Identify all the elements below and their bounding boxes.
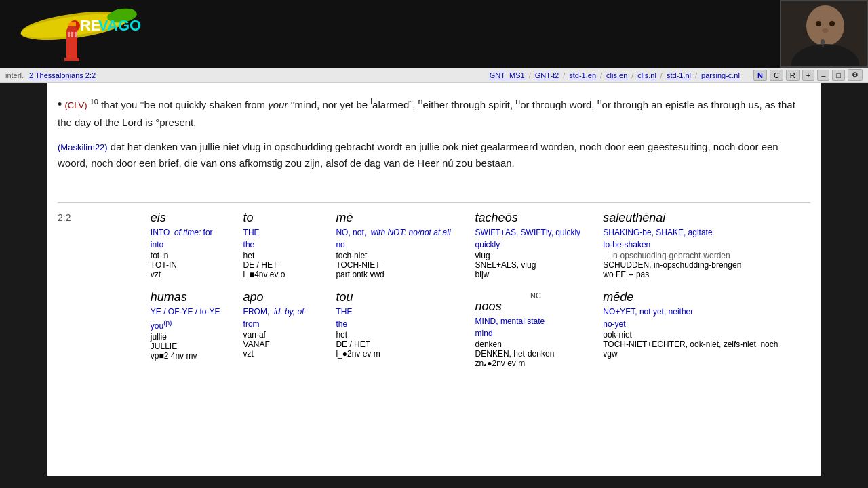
- word-greek-me: mē: [336, 211, 468, 225]
- word-black-noos-3: zn₃●2nv ev m: [475, 359, 597, 368]
- word-black-eis-2: TOT-IN: [151, 260, 237, 270]
- svg-point-17: [822, 28, 829, 33]
- top-bar: RE VAGO: [0, 0, 868, 68]
- clv-bullet: •: [58, 98, 62, 111]
- toolbar-minus-button[interactable]: –: [817, 70, 829, 81]
- content-wrapper: • (CLV) 10 that you °be not quickly shak…: [47, 83, 821, 476]
- word-greek-noos: noos: [475, 300, 597, 314]
- word-black-tacheos-3: bijw: [475, 270, 597, 279]
- word-black-tou-1: het: [336, 330, 468, 340]
- word-black-humas-2: JULLIE: [151, 342, 237, 351]
- toolbar-clis-en[interactable]: clis.en: [606, 71, 627, 79]
- toolbar-controls: N C R + – □ ⚙: [753, 69, 863, 81]
- toolbar-c-button[interactable]: C: [770, 70, 783, 81]
- word-cell-tacheos: tacheōs SWIFT+AS, SWIFTly, quickly quick…: [475, 209, 604, 281]
- word-cell-humas: humas YE / OF-YE / to-YE you(p) jullie J…: [151, 289, 243, 369]
- word-black-mede-1: ook-niet: [603, 330, 804, 340]
- word-greek-apo: apo: [243, 290, 330, 304]
- svg-rect-7: [75, 32, 77, 37]
- word-gray-saleuthenai-1: —in-opschudding-gebracht-worden: [603, 251, 804, 260]
- word-black-tacheos-2: SNEL+ALS, vlug: [475, 260, 597, 270]
- word-black-tou-3: l_●2nv ev m: [336, 349, 468, 359]
- svg-point-16: [829, 21, 835, 26]
- word-black-saleuthenai-2: wo FE -- pas: [603, 270, 804, 279]
- word-black-noos-2: DENKEN, het-denken: [475, 349, 597, 359]
- word-blue-to-2: the: [243, 239, 330, 251]
- toolbar-std-nl[interactable]: std-1.nl: [667, 71, 691, 79]
- svg-text:VAGO: VAGO: [98, 17, 141, 34]
- word-blue-humas-1: YE / OF-YE / to-YE: [151, 306, 237, 318]
- toolbar-gnt-ms1[interactable]: GNT_MS1: [490, 71, 525, 79]
- word-black-tacheos-1: vlug: [475, 251, 597, 260]
- word-black-eis-1: tot-in: [151, 251, 237, 260]
- word-black-apo-2: VANAF: [243, 340, 330, 349]
- word-black-me-3: part ontk vwd: [336, 270, 468, 279]
- maskilim-label[interactable]: (Maskilim22): [58, 142, 108, 152]
- clv-text: that you °be not quickly shaken from you…: [58, 99, 795, 128]
- svg-rect-6: [71, 32, 73, 37]
- word-cell-apo: apo FROM, id. by, of from van-af VANAF v…: [243, 289, 336, 369]
- word-row2-num-empty: [58, 289, 151, 369]
- maskilim-text: dat het denken van jullie niet vlug in o…: [58, 141, 778, 169]
- word-greek-mede: mēde: [603, 290, 804, 304]
- word-blue-apo-2: from: [243, 318, 330, 330]
- word-blue-mede-2: no-yet: [603, 318, 804, 330]
- word-black-tou-2: DE / HET: [336, 340, 468, 349]
- word-blue-eis-2: into: [151, 239, 237, 251]
- toolbar-std-en[interactable]: std-1.en: [569, 71, 596, 79]
- word-greek-humas: humas: [151, 290, 237, 304]
- toolbar-gnt-t2[interactable]: GNT-t2: [535, 71, 559, 79]
- toolbar-maximize-button[interactable]: □: [832, 70, 845, 81]
- word-cell-tou: tou THE the het DE / HET l_●2nv ev m: [336, 289, 475, 369]
- verse-section: • (CLV) 10 that you °be not quickly shak…: [58, 89, 810, 185]
- word-blue-tou-1: THE: [336, 306, 468, 318]
- toolbar-left: interl. 2 Thessalonians 2:2: [5, 71, 487, 79]
- word-greek-saleuthenai: saleuthēnai: [603, 211, 804, 225]
- word-blue-noos-2: mind: [475, 327, 597, 340]
- word-cell-me: mē NO, not, with NOT: no/not at all no t…: [336, 209, 475, 281]
- word-black-humas-1: jullie: [151, 332, 237, 342]
- clv-label[interactable]: (CLV): [64, 100, 87, 110]
- word-black-eis-3: vzt: [151, 270, 237, 279]
- svg-point-20: [821, 39, 825, 45]
- word-blue-me-2: no: [336, 239, 468, 251]
- svg-rect-8: [64, 58, 79, 61]
- webcam-person: [781, 1, 867, 66]
- word-greek-to: to: [243, 211, 330, 225]
- word-black-saleuthenai-1: SCHUDDEN, in-opschudding-brengen: [603, 260, 804, 270]
- word-row-number: 2:2: [58, 209, 151, 281]
- toolbar-parsing-nl[interactable]: parsing-c.nl: [701, 71, 740, 79]
- toolbar-reference[interactable]: 2 Thessalonians 2:2: [29, 71, 96, 79]
- word-cell-to: to THE the het DE / HET l_■4nv ev o: [243, 209, 336, 281]
- section-divider: [58, 202, 810, 203]
- toolbar-interlinear-label: interl.: [5, 71, 24, 79]
- toolbar: interl. 2 Thessalonians 2:2 GNT_MS1 / GN…: [0, 68, 868, 83]
- webcam-overlay: [780, 0, 868, 68]
- word-black-to-1: het: [243, 251, 330, 260]
- toolbar-n-button[interactable]: N: [753, 70, 767, 81]
- toolbar-r-button[interactable]: R: [786, 70, 800, 81]
- toolbar-settings-button[interactable]: ⚙: [848, 69, 863, 81]
- word-cell-noos: NC noos MIND, mental state mind denken D…: [475, 289, 604, 369]
- word-black-mede-2: TOCH-NIET+ECHTER, ook-niet, zelfs-niet, …: [603, 340, 804, 349]
- logo-area: RE VAGO: [7, 2, 156, 66]
- toolbar-clis-nl[interactable]: clis.nl: [637, 71, 656, 79]
- toolbar-right: GNT_MS1 / GNT-t2 / std-1.en / clis.en / …: [490, 69, 863, 81]
- word-black-to-2: DE / HET: [243, 260, 330, 270]
- word-blue-saleuthenai-1: SHAKING-be, SHAKE, agitate: [603, 226, 804, 239]
- word-blue-apo-1: FROM, id. by, of: [243, 306, 330, 318]
- word-greek-tacheos: tacheōs: [475, 211, 597, 225]
- word-blue-mede-1: NO+YET, not yet, neither: [603, 306, 804, 318]
- toolbar-plus-button[interactable]: +: [802, 70, 814, 81]
- svg-rect-5: [68, 32, 70, 37]
- verse-clv: • (CLV) 10 that you °be not quickly shak…: [58, 95, 810, 131]
- word-table: 2:2 eis INTO of time: for into tot-in TO…: [58, 209, 810, 369]
- word-greek-eis: eis: [151, 211, 237, 225]
- svg-text:RE: RE: [80, 17, 101, 34]
- nc-label: NC: [475, 290, 597, 300]
- word-table-row2: humas YE / OF-YE / to-YE you(p) jullie J…: [58, 289, 810, 369]
- word-table-row1: 2:2 eis INTO of time: for into tot-in TO…: [58, 209, 810, 281]
- cursor-area: [58, 185, 810, 195]
- verse-maskilim: (Maskilim22) dat het denken van jullie n…: [58, 139, 810, 171]
- svg-point-15: [816, 21, 821, 26]
